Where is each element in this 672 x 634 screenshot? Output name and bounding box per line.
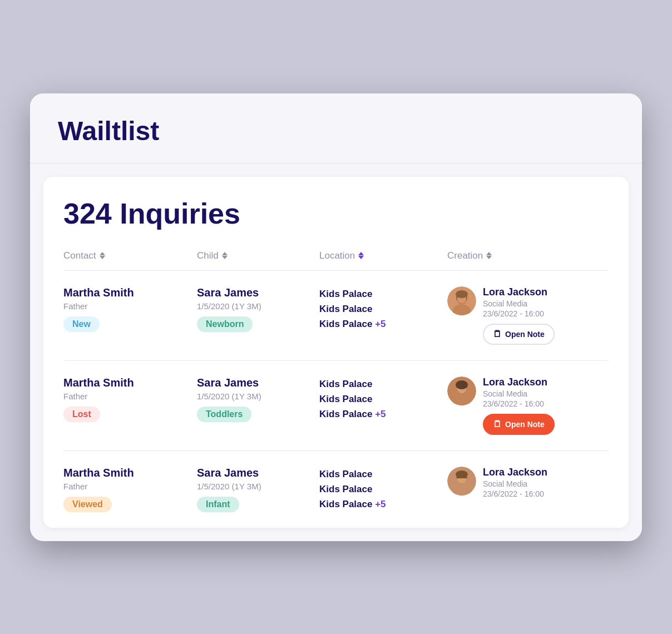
contact-role: Father xyxy=(63,392,197,401)
location-cell: Kids Palace Kids Palace Kids Palace +5 xyxy=(319,467,447,512)
child-cell: Sara James 1/5/2020 (1Y 3M) Toddlers xyxy=(197,377,319,422)
location-cell: Kids Palace Kids Palace Kids Palace +5 xyxy=(319,377,447,422)
table-row: Martha Smith Father New Sara James 1/5/2… xyxy=(63,271,609,361)
creation-cell: Lora Jackson Social Media 23/6/2022 - 16… xyxy=(447,467,603,504)
contact-cell: Martha Smith Father New xyxy=(63,286,197,332)
child-date: 1/5/2020 (1Y 3M) xyxy=(197,301,319,311)
open-note-button[interactable]: 🗒 Open Note xyxy=(483,324,555,345)
sort-down-icon xyxy=(486,256,492,259)
creation-info: Lora Jackson Social Media 23/6/2022 - 16… xyxy=(483,286,603,345)
creator-date: 23/6/2022 - 16:00 xyxy=(483,489,603,498)
creator-source: Social Media xyxy=(483,389,603,398)
note-icon: 🗒 xyxy=(493,329,502,339)
location-item: Kids Palace xyxy=(319,467,447,482)
location-item: Kids Palace xyxy=(319,377,447,392)
app-window: Wailtlist 324 Inquiries Contact Child Lo… xyxy=(30,93,642,541)
creator-name: Lora Jackson xyxy=(483,467,603,478)
content-area: 324 Inquiries Contact Child Location xyxy=(43,177,629,528)
sort-down-icon xyxy=(222,256,228,259)
status-badge[interactable]: New xyxy=(63,316,100,332)
location-item: Kids Palace +5 xyxy=(319,497,447,512)
column-child-label: Child xyxy=(197,250,219,261)
svg-point-5 xyxy=(456,290,468,298)
creator-source: Social Media xyxy=(483,479,603,488)
column-location[interactable]: Location xyxy=(319,250,447,261)
location-cell: Kids Palace Kids Palace Kids Palace +5 xyxy=(319,286,447,332)
location-more: +5 xyxy=(375,499,386,509)
open-note-label: Open Note xyxy=(505,420,545,429)
column-location-label: Location xyxy=(319,250,355,261)
creator-source: Social Media xyxy=(483,299,603,308)
page-title: Wailtlist xyxy=(58,116,614,146)
child-badge[interactable]: Newborn xyxy=(197,316,253,332)
sort-up-icon xyxy=(486,252,492,255)
column-contact-label: Contact xyxy=(63,250,96,261)
contact-cell: Martha Smith Father Viewed xyxy=(63,467,197,512)
location-item: Kids Palace xyxy=(319,392,447,407)
child-date: 1/5/2020 (1Y 3M) xyxy=(197,392,319,401)
sort-up-icon xyxy=(100,252,105,255)
avatar xyxy=(447,286,476,315)
location-item: Kids Palace +5 xyxy=(319,407,447,422)
location-item: Kids Palace xyxy=(319,482,447,497)
child-badge[interactable]: Toddlers xyxy=(197,407,251,422)
open-note-button[interactable]: 🗒 Open Note xyxy=(483,414,555,435)
contact-sort-icon xyxy=(100,252,105,259)
creation-info: Lora Jackson Social Media 23/6/2022 - 16… xyxy=(483,467,603,504)
creator-date: 23/6/2022 - 16:00 xyxy=(483,399,603,408)
contact-name: Martha Smith xyxy=(63,467,197,479)
child-name: Sara James xyxy=(197,467,319,479)
contact-name: Martha Smith xyxy=(63,377,197,389)
table-header: Contact Child Location xyxy=(63,250,609,271)
page-header: Wailtlist xyxy=(30,93,642,164)
column-creation-label: Creation xyxy=(447,250,483,261)
child-name: Sara James xyxy=(197,286,319,299)
table-row: Martha Smith Father Lost Sara James 1/5/… xyxy=(63,361,609,451)
location-more: +5 xyxy=(375,319,386,329)
creator-name: Lora Jackson xyxy=(483,286,603,298)
contact-role: Father xyxy=(63,301,197,311)
creation-cell: Lora Jackson Social Media 23/6/2022 - 16… xyxy=(447,377,603,435)
location-sort-icon xyxy=(358,252,364,259)
contact-name: Martha Smith xyxy=(63,286,197,299)
child-badge[interactable]: Infant xyxy=(197,497,239,512)
avatar xyxy=(447,377,476,405)
creator-name: Lora Jackson xyxy=(483,377,603,388)
location-item: Kids Palace +5 xyxy=(319,316,447,331)
sort-down-icon xyxy=(100,256,105,259)
contact-role: Father xyxy=(63,482,197,491)
child-cell: Sara James 1/5/2020 (1Y 3M) Newborn xyxy=(197,286,319,332)
location-more: +5 xyxy=(375,409,386,419)
child-name: Sara James xyxy=(197,377,319,389)
location-item: Kids Palace xyxy=(319,301,447,316)
location-item: Kids Palace xyxy=(319,286,447,301)
table-row: Martha Smith Father Viewed Sara James 1/… xyxy=(63,451,609,528)
creation-info: Lora Jackson Social Media 23/6/2022 - 16… xyxy=(483,377,603,435)
child-sort-icon xyxy=(222,252,228,259)
open-note-label: Open Note xyxy=(505,330,545,339)
status-badge[interactable]: Lost xyxy=(63,407,100,422)
sort-up-icon xyxy=(222,252,228,255)
creator-date: 23/6/2022 - 16:00 xyxy=(483,309,603,318)
sort-up-active-icon xyxy=(358,252,364,255)
creation-cell: Lora Jackson Social Media 23/6/2022 - 16… xyxy=(447,286,603,345)
sort-down-active-icon xyxy=(358,256,364,259)
inquiries-count: 324 Inquiries xyxy=(63,197,609,230)
child-cell: Sara James 1/5/2020 (1Y 3M) Infant xyxy=(197,467,319,512)
column-contact[interactable]: Contact xyxy=(63,250,197,261)
column-creation[interactable]: Creation xyxy=(447,250,603,261)
contact-cell: Martha Smith Father Lost xyxy=(63,377,197,422)
column-child[interactable]: Child xyxy=(197,250,319,261)
child-date: 1/5/2020 (1Y 3M) xyxy=(197,482,319,491)
note-icon: 🗒 xyxy=(493,419,502,429)
avatar xyxy=(447,467,476,496)
creation-sort-icon xyxy=(486,252,492,259)
status-badge[interactable]: Viewed xyxy=(63,497,112,512)
